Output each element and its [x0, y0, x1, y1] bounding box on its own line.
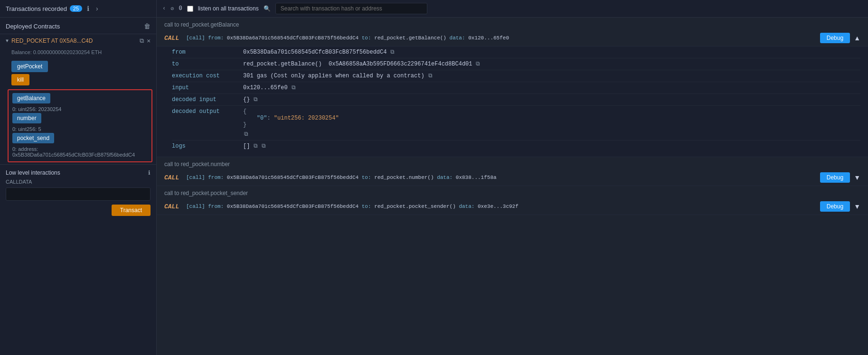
main-content: call to red_pocket.getBalance CALL [call…	[157, 18, 868, 355]
contract-buttons: getPocket kill	[0, 59, 156, 87]
search-icon: 🔍	[264, 5, 271, 12]
to-copy-icon[interactable]: ⧉	[476, 61, 480, 67]
transact-button[interactable]: Transact	[112, 205, 151, 216]
logs-key: logs	[172, 143, 238, 149]
decoded-output-val: { "0": "uint256: 20230254"} ⧉	[243, 108, 339, 138]
transactions-count-badge: 25	[70, 5, 82, 12]
execost-copy-icon[interactable]: ⧉	[428, 73, 433, 79]
call-row-pocket-sender: CALL [call] from: 0x5B38Da6a701c568545dC…	[157, 198, 868, 215]
transactions-expand-btn[interactable]: ›	[94, 4, 100, 13]
section-label-pocket-sender: call to red_pocket.pocket_sender	[157, 186, 868, 198]
calldata-label: CALLDATA	[0, 178, 156, 187]
pocket-sender-button[interactable]: pocket_send	[12, 133, 54, 143]
deployed-contracts-header: Deployed Contracts 🗑	[0, 18, 156, 34]
transact-row: Transact	[0, 202, 156, 219]
logs-copy-icon[interactable]: ⧉	[254, 143, 258, 149]
detail-row-input: input 0x120...65fe0 ⧉	[172, 82, 860, 94]
logs-val: [] ⧉ ⧉	[243, 143, 266, 149]
contract-balance: Balance: 0.000000000020230254 ETH	[0, 47, 156, 59]
detail-block-getbalance: from 0x5B38Da6a701c568545dCfcB03FcB875f5…	[157, 47, 868, 157]
count-badge: 0	[179, 5, 182, 12]
section-label-number: call to red_pocket.number	[157, 157, 868, 169]
call-detail-number: [call] from: 0x5B38Da6a701c568545dCfcB03…	[186, 175, 816, 180]
detail-row-decoded-input: decoded input {} ⧉	[172, 94, 860, 106]
transactions-header: Transactions recorded 25 ℹ ›	[0, 0, 156, 18]
listen-label[interactable]: listen on all transactions	[198, 5, 259, 12]
detail-row-from: from 0x5B38Da6a701c568545dCfcB03FcB875f5…	[172, 47, 860, 58]
pocket-sender-result: 0: address: 0x5B38Da6a701c568545dCfcB03F…	[12, 145, 148, 159]
expand-button-pocket-sender[interactable]: ▼	[854, 203, 860, 210]
left-panel: Transactions recorded 25 ℹ › Deployed Co…	[0, 0, 157, 355]
to-key: to	[172, 61, 238, 67]
input-key: input	[172, 84, 238, 91]
from-copy-icon[interactable]: ⧉	[390, 49, 395, 56]
from-key: from	[172, 49, 238, 56]
contract-close-icon[interactable]: ✕	[147, 37, 151, 45]
call-detail-pocket-sender: [call] from: 0x5B38Da6a701c568545dCfcB03…	[186, 204, 816, 209]
filter-icon: ⊘	[170, 5, 174, 12]
contract-name: RED_POCKET AT 0X5A8...C4D	[11, 37, 137, 44]
calldata-input[interactable]	[6, 187, 151, 201]
input-val: 0x120...65fe0 ⧉	[243, 84, 296, 91]
decoded-input-copy-icon[interactable]: ⧉	[254, 96, 258, 103]
decoded-output-copy-icon[interactable]: ⧉	[244, 131, 248, 138]
call-row-number: CALL [call] from: 0x5B38Da6a701c568545dC…	[157, 169, 868, 186]
to-val: red_pocket.getBalance() 0x5A86858aA3b595…	[243, 61, 480, 67]
detail-row-to: to red_pocket.getBalance() 0x5A86858aA3b…	[172, 58, 860, 70]
contract-chevron-icon[interactable]: ▼	[6, 38, 9, 44]
search-input[interactable]	[275, 3, 427, 14]
execost-key: execution cost	[172, 73, 238, 79]
low-level-title: Low level interactions	[6, 169, 60, 176]
number-button[interactable]: number	[12, 113, 41, 123]
getbalance-result: 0: uint256: 20230254	[12, 105, 148, 113]
call-detail-getbalance: [call] from: 0x5B38Da6a701c568545dCfcB03…	[186, 35, 816, 41]
selected-functions-box: getBalance 0: uint256: 20230254 number 0…	[8, 89, 152, 162]
detail-row-logs: logs [] ⧉ ⧉	[172, 140, 860, 152]
decoded-input-key: decoded input	[172, 96, 238, 103]
from-val: 0x5B38Da6a701c568545dCfcB03FcB875f56bedd…	[243, 49, 395, 56]
expand-button-getbalance[interactable]: ▲	[854, 34, 860, 42]
debug-button-getbalance[interactable]: Debug	[820, 33, 850, 43]
kill-button[interactable]: kill	[11, 74, 29, 85]
getbalance-button[interactable]: getBalance	[12, 93, 50, 103]
top-bar: ‹ ⊘ 0 listen on all transactions 🔍	[157, 0, 868, 18]
call-block-getbalance: CALL [call] from: 0x5B38Da6a701c568545dC…	[157, 30, 868, 157]
number-result: 0: uint256: 5	[12, 125, 148, 133]
low-level-info-icon[interactable]: ℹ	[148, 169, 151, 176]
trash-icon[interactable]: 🗑	[144, 22, 151, 30]
call-label-pocket-sender: CALL	[164, 203, 182, 210]
decoded-output-key: decoded output	[172, 108, 238, 138]
deployed-contracts-title: Deployed Contracts	[6, 23, 60, 30]
transactions-info-btn[interactable]: ℹ	[85, 4, 91, 13]
logs-copy2-icon[interactable]: ⧉	[262, 143, 266, 149]
section-label-getbalance: call to red_pocket.getBalance	[157, 18, 868, 30]
contract-item: ▼ RED_POCKET AT 0X5A8...C4D ⧉ ✕ Balance:…	[0, 34, 156, 165]
debug-button-number[interactable]: Debug	[820, 172, 850, 183]
call-label-getbalance: CALL	[164, 35, 182, 42]
low-level-header: Low level interactions ℹ	[0, 165, 156, 178]
decoded-input-val: {} ⧉	[243, 96, 258, 103]
debug-button-pocket-sender[interactable]: Debug	[820, 201, 850, 212]
call-label-number: CALL	[164, 174, 182, 181]
input-copy-icon[interactable]: ⧉	[292, 84, 296, 91]
detail-row-decoded-output: decoded output { "0": "uint256: 20230254…	[172, 106, 860, 140]
contract-copy-icon[interactable]: ⧉	[140, 37, 144, 45]
decoded-output-text: { "0": "uint256: 20230254"}	[243, 108, 339, 128]
detail-row-execost: execution cost 301 gas (Cost only applie…	[172, 70, 860, 82]
right-panel: ‹ ⊘ 0 listen on all transactions 🔍 call …	[157, 0, 868, 355]
contract-row: ▼ RED_POCKET AT 0X5A8...C4D ⧉ ✕	[0, 34, 156, 47]
execost-val: 301 gas (Cost only applies when called b…	[243, 73, 433, 79]
expand-button-number[interactable]: ▼	[854, 174, 860, 181]
transactions-title: Transactions recorded	[6, 5, 67, 12]
getpocket-button[interactable]: getPocket	[11, 61, 48, 72]
chevron-left-icon[interactable]: ‹	[162, 5, 166, 12]
listen-checkbox[interactable]	[187, 6, 193, 12]
call-row-getbalance: CALL [call] from: 0x5B38Da6a701c568545dC…	[157, 30, 868, 47]
